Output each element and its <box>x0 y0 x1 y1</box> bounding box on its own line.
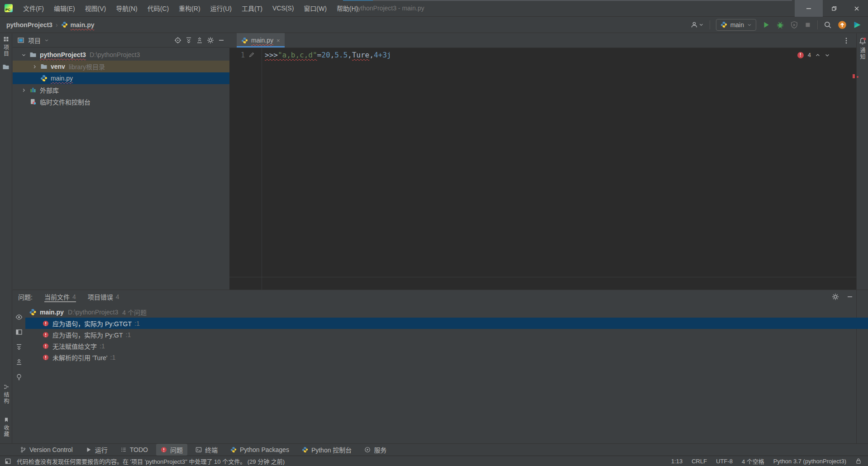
run-button[interactable] <box>762 21 770 29</box>
toolwindow-button-问题[interactable]: 问题 <box>156 444 187 456</box>
expand-all-button[interactable] <box>15 343 23 351</box>
minimize-button[interactable] <box>795 0 823 17</box>
tree-item-外部库[interactable]: 外部库 <box>13 84 229 96</box>
status-item-3[interactable]: 4 个空格 <box>742 457 764 466</box>
chevron-down-icon[interactable] <box>18 52 29 57</box>
locate-file-button[interactable] <box>174 37 181 44</box>
ide-update-button[interactable] <box>838 20 847 29</box>
tree-item-venv[interactable]: venv library根目录 <box>13 61 229 72</box>
folder-icon <box>29 51 37 58</box>
menu-item-6[interactable]: 运行(U) <box>205 0 237 17</box>
chevron-right-icon[interactable] <box>29 64 40 69</box>
problems-tab-label: 项目错误 <box>88 292 113 301</box>
code-line-1[interactable]: >>>"a,b,c,d"=20,5.5,Ture,4+3j <box>265 51 391 59</box>
close-button[interactable] <box>845 0 868 17</box>
problems-tab-1[interactable]: 项目错误 4 <box>88 290 119 303</box>
debug-button[interactable] <box>776 21 784 29</box>
error-count: 4 <box>808 52 811 58</box>
problem-row-1[interactable]: 应为语句，实际为 Py:GT :1 <box>25 329 868 340</box>
toolwindow-button-终端[interactable]: 终端 <box>191 444 222 456</box>
status-message: 代码检查没有发现任何需要报告的内容。在 '项目 'pythonProject3'… <box>17 457 285 466</box>
tool-window-toggle-icon[interactable] <box>5 458 11 465</box>
toolwindow-button-python-控制台[interactable]: Python 控制台 <box>297 444 356 456</box>
preview-layout-button[interactable] <box>15 328 23 336</box>
status-item-2[interactable]: UTF-8 <box>716 458 733 465</box>
tree-item-main.py[interactable]: main.py <box>13 72 229 84</box>
breadcrumb-file[interactable]: main.py <box>71 21 95 29</box>
chevron-down-icon[interactable] <box>44 38 49 43</box>
error-stripe-dot <box>857 76 858 78</box>
chevron-right-icon[interactable] <box>18 88 29 93</box>
breadcrumb-project[interactable]: pythonProject3 <box>6 21 52 29</box>
problems-file-row[interactable]: main.py D:\pythonProject3 4 个问题 <box>25 306 868 318</box>
run-config-select[interactable]: main <box>716 19 756 31</box>
menu-item-7[interactable]: 工具(T) <box>237 0 267 17</box>
editor-body[interactable]: 1 >>>"a,b,c,d"=20,5.5,Ture,4+3j ! 4 <box>229 48 856 290</box>
problems-file-meta: 4 个问题 <box>122 308 147 317</box>
status-item-4[interactable]: Python 3.7 (pythonProject3) <box>773 458 846 465</box>
menu-item-3[interactable]: 导航(N) <box>111 0 142 17</box>
menu-item-8[interactable]: VCS(S) <box>267 0 299 17</box>
code-token: , <box>330 51 335 59</box>
problems-hide-button[interactable] <box>846 293 854 300</box>
lock-icon[interactable] <box>855 458 862 464</box>
status-item-0[interactable]: 1:13 <box>671 458 682 465</box>
line-number: 1 <box>229 51 245 59</box>
problem-row-3[interactable]: 未解析的引用 'Ture' :1 <box>25 352 868 363</box>
tree-item-临时文件和控制台[interactable]: 临时文件和控制台 <box>13 96 229 108</box>
code-token: = <box>317 51 322 59</box>
tab-main-py[interactable]: main.py × <box>237 33 285 48</box>
tree-item-pythonProject3[interactable]: pythonProject3 D:\pythonProject3 <box>13 49 229 61</box>
quick-fix-bulb-button[interactable] <box>15 373 23 380</box>
prev-error-button[interactable] <box>815 52 820 58</box>
view-options-eye-button[interactable] <box>15 314 23 321</box>
gutter-edit-icon[interactable] <box>248 52 255 58</box>
restore-button[interactable] <box>823 0 845 17</box>
menu-item-4[interactable]: 代码(C) <box>143 0 174 17</box>
project-settings-button[interactable] <box>207 37 214 44</box>
tool-window-bar: Version Control 运行 TODO 问题 终端 Python Pac… <box>0 443 868 456</box>
expand-all-button[interactable] <box>185 37 192 44</box>
project-panel-title[interactable]: 项目 <box>28 36 41 45</box>
stripe-structure-button[interactable]: 结构 <box>0 384 12 404</box>
error-icon <box>43 343 49 349</box>
next-error-button[interactable] <box>825 52 830 58</box>
problems-tab-0[interactable]: 当前文件 4 <box>44 290 76 303</box>
toolwindow-button-python-packages[interactable]: Python Packages <box>226 445 294 455</box>
hide-panel-button[interactable] <box>218 37 225 44</box>
menu-item-0[interactable]: 文件(F) <box>18 0 49 17</box>
status-item-1[interactable]: CRLF <box>692 458 707 465</box>
stripe-notifications-label[interactable]: 通知 <box>858 48 866 60</box>
collapse-all-button[interactable] <box>15 358 23 366</box>
notifications-bell-icon[interactable] <box>858 37 867 45</box>
menu-item-2[interactable]: 视图(V) <box>80 0 111 17</box>
search-everywhere-button[interactable] <box>824 21 832 29</box>
stop-button[interactable] <box>804 21 811 29</box>
collapse-all-button[interactable] <box>196 37 203 44</box>
toolwindow-button-服务[interactable]: 服务 <box>360 444 391 456</box>
user-button[interactable] <box>691 21 704 29</box>
inspections-widget[interactable]: ! 4 <box>797 52 830 58</box>
folder-tool-icon[interactable] <box>2 63 10 71</box>
toolbar-separator <box>710 20 710 29</box>
menu-item-5[interactable]: 重构(R) <box>174 0 205 17</box>
problems-toolbar <box>832 293 863 300</box>
toolwindow-button-version-control[interactable]: Version Control <box>15 445 77 455</box>
problem-row-0[interactable]: 应为语句，实际为 Py:GTGT :1 <box>25 318 868 329</box>
menu-item-1[interactable]: 编辑(E) <box>49 0 80 17</box>
problems-settings-button[interactable] <box>832 293 839 300</box>
problem-location: :1 <box>100 342 105 350</box>
tab-options-kebab-icon[interactable] <box>843 37 850 44</box>
stripe-project-button[interactable]: 项目 <box>2 36 10 57</box>
python-icon <box>230 447 237 453</box>
problem-text: 应为语句，实际为 Py:GT <box>52 330 123 339</box>
toolwindow-button-运行[interactable]: 运行 <box>81 444 112 456</box>
libs-icon <box>29 86 37 94</box>
tab-close-icon[interactable]: × <box>277 37 280 44</box>
stripe-favorites-button[interactable]: 收藏 <box>0 417 12 437</box>
toolwindow-button-todo[interactable]: TODO <box>116 445 153 455</box>
coverage-button[interactable] <box>790 21 798 29</box>
code-with-me-button[interactable] <box>853 20 862 29</box>
scrollbar-error-mark[interactable] <box>853 74 855 78</box>
problem-row-2[interactable]: 无法赋值给文字 :1 <box>25 340 868 352</box>
